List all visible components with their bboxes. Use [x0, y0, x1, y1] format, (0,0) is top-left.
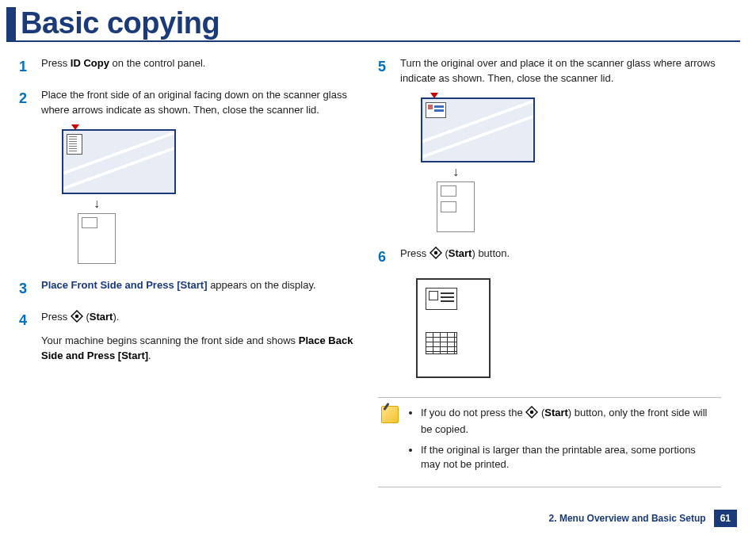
- content-columns: 1 Press ID Copy on the control panel. 2 …: [0, 56, 756, 487]
- footer-section: 2. Menu Overview and Basic Setup: [549, 513, 706, 524]
- step-2: 2 Place the front side of an original fa…: [19, 88, 362, 118]
- step-text: Place Front Side and Press [Start] appea…: [41, 278, 362, 299]
- alignment-arrow-icon: [71, 124, 79, 130]
- text-bold: Start: [449, 247, 472, 259]
- mini-card-illustration: [441, 185, 456, 197]
- diagram-back-side: ↓: [421, 97, 721, 232]
- diagram-front-side: ↓: [62, 129, 362, 264]
- text: ) button.: [472, 247, 510, 259]
- column-left: 1 Press ID Copy on the control panel. 2 …: [19, 56, 378, 487]
- step-text: Turn the original over and place it on t…: [400, 56, 721, 86]
- step-text: Place the front side of an original faci…: [41, 88, 362, 118]
- step-number: 5: [378, 56, 400, 86]
- title-accent-block: [6, 7, 16, 40]
- step-number: 4: [19, 310, 41, 364]
- svg-point-1: [75, 315, 78, 318]
- page-title: Basic copying: [21, 6, 220, 40]
- text: Press: [41, 57, 71, 69]
- id-back-illustration: [426, 332, 457, 354]
- id-card-front-illustration: [67, 134, 82, 155]
- footer-page-number: 61: [714, 510, 737, 527]
- text-bold: ID Copy: [71, 57, 109, 69]
- text: Press: [41, 311, 71, 323]
- step-1: 1 Press ID Copy on the control panel.: [19, 56, 362, 77]
- step-text: Press (Start). Your machine begins scann…: [41, 310, 362, 364]
- step-5: 5 Turn the original over and place it on…: [378, 56, 721, 86]
- page-footer: 2. Menu Overview and Basic Setup 61: [549, 510, 737, 527]
- start-diamond-icon: [71, 310, 83, 327]
- note-pencil-icon: [381, 406, 399, 423]
- text: .: [148, 350, 151, 361]
- step-text: Press (Start) button.: [400, 246, 721, 267]
- title-bar: Basic copying: [6, 6, 740, 42]
- arrow-down-icon: ↓: [452, 166, 721, 178]
- start-diamond-icon: [430, 246, 442, 264]
- output-page-illustration: [78, 213, 116, 264]
- note-item: If the original is larger than the print…: [421, 443, 715, 472]
- note-item: If you do not press the (Start) button, …: [421, 406, 715, 437]
- note-list: If you do not press the (Start) button, …: [408, 406, 715, 479]
- text: Your machine begins scanning the front s…: [41, 334, 299, 346]
- svg-point-3: [434, 250, 437, 254]
- mini-card-illustration: [82, 217, 97, 228]
- text-bold: Start: [544, 407, 568, 418]
- step-number: 1: [19, 56, 41, 77]
- text-bold: Start: [90, 311, 113, 323]
- final-output-illustration: [416, 278, 491, 378]
- step-number: 3: [19, 278, 41, 299]
- arrow-down-icon: ↓: [94, 197, 362, 210]
- text: Press: [400, 247, 430, 259]
- id-front-illustration: [426, 288, 457, 310]
- step-3: 3 Place Front Side and Press [Start] app…: [19, 278, 362, 299]
- column-right: 5 Turn the original over and place it on…: [378, 56, 737, 487]
- scanner-glass-illustration: [421, 97, 535, 162]
- output-page-illustration: [437, 182, 475, 232]
- step-text: Press ID Copy on the control panel.: [41, 56, 362, 77]
- step-6: 6 Press (Start) button.: [378, 246, 721, 267]
- id-card-back-illustration: [426, 102, 446, 118]
- text-bold-blue: Place Front Side and Press [Start]: [41, 279, 208, 291]
- step-number: 2: [19, 88, 41, 118]
- note-box: If you do not press the (Start) button, …: [378, 397, 721, 487]
- scanner-glass-illustration: [62, 129, 176, 194]
- alignment-arrow-icon: [430, 93, 438, 98]
- text: If you do not press the: [421, 407, 525, 418]
- text: appears on the display.: [208, 279, 316, 291]
- text: on the control panel.: [109, 57, 205, 69]
- start-diamond-icon: [525, 406, 538, 422]
- svg-point-5: [530, 411, 533, 414]
- step-4: 4 Press (Start). Your machine begins sca…: [19, 310, 362, 364]
- text: ).: [113, 311, 119, 323]
- step-number: 6: [378, 246, 400, 267]
- mini-card-illustration: [441, 201, 456, 212]
